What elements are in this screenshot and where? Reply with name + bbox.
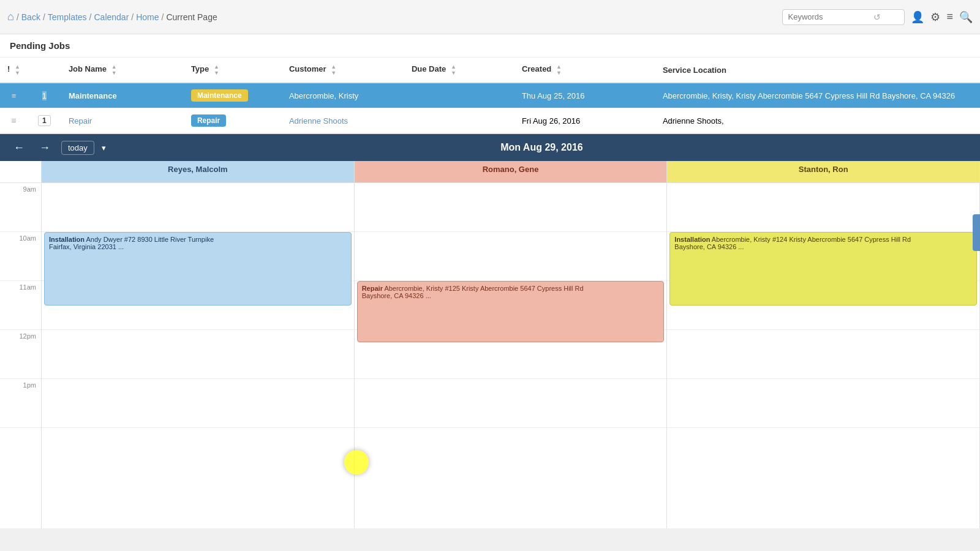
breadcrumb-back[interactable]: Back	[21, 12, 40, 22]
due-date-cell	[404, 108, 514, 133]
table-row[interactable]: ≡ 1 Maintenance Maintenance Abercrombie,…	[0, 83, 980, 108]
calendar-col-2: Stanton, RonInstallation Abercrombie, Kr…	[667, 161, 980, 528]
cal-view-dropdown[interactable]: ▾	[102, 143, 106, 152]
calendar-col-1: Romano, GeneRepair Abercrombie, Kristy #…	[355, 161, 668, 528]
due-date-cell	[404, 83, 514, 108]
breadcrumb-home[interactable]: Home	[136, 12, 159, 22]
settings-icon[interactable]: ⚙	[930, 10, 940, 24]
breadcrumb-calendar[interactable]: Calendar	[94, 12, 129, 22]
list-icon[interactable]: ≡	[946, 10, 953, 23]
service-location-cell: Adrienne Shoots,	[655, 108, 980, 133]
table-header-row: ! ▲▼ Job Name ▲▼ Type ▲▼ Customer ▲▼ Du	[0, 58, 980, 83]
event-details: Andy Dwyer #72 8930 Little River Turnpik…	[86, 236, 214, 243]
col-header-customer: Customer ▲▼	[282, 58, 404, 83]
col-header-priority	[28, 58, 61, 83]
priority-cell: 1	[28, 108, 61, 133]
calendar-header: ← → today ▾ Mon Aug 29, 2016	[0, 134, 980, 161]
col-header-service-location: Service Location	[655, 58, 980, 83]
search-refresh-icon[interactable]: ↺	[873, 12, 881, 22]
cal-events-area-1: Repair Abercrombie, Kristy #125 Kristy A…	[355, 183, 667, 477]
cal-date-title: Mon Aug 29, 2016	[113, 142, 970, 153]
col-header-job-name: Job Name ▲▼	[61, 58, 184, 83]
drag-handle-icon: ≡	[12, 91, 17, 100]
calendar-grid: 9am10am11am12pm1pm Reyes, MalcolmInstall…	[0, 161, 980, 528]
cal-prev-button[interactable]: ←	[10, 140, 28, 156]
priority-badge: 1	[42, 91, 47, 100]
type-badge: Repair	[191, 114, 226, 127]
job-name-link[interactable]: Maintenance	[69, 91, 117, 100]
created-cell: Fri Aug 26, 2016	[514, 108, 655, 133]
time-slot: 11am	[0, 281, 41, 330]
customer-link[interactable]: Adrienne Shoots	[289, 116, 348, 126]
breadcrumb: ⌂ / Back / Templates / Calendar / Home /…	[7, 10, 217, 23]
user-icon[interactable]: 👤	[911, 10, 924, 24]
search-box[interactable]: ↺	[782, 9, 905, 25]
drag-handle-cell: ≡	[0, 108, 28, 133]
pending-jobs-section: Pending Jobs ! ▲▼ Job Name ▲▼ Type ▲▼ Cu…	[0, 34, 980, 134]
customer-cell[interactable]: Abercrombie, Kristy	[282, 83, 404, 108]
drag-handle-icon: ≡	[11, 116, 16, 126]
job-name-link[interactable]: Repair	[69, 116, 92, 126]
event-sub: Bayshore, CA 94326 ...	[674, 243, 744, 250]
calendar-event[interactable]: Installation Abercrombie, Kristy #124 Kr…	[669, 232, 977, 305]
event-sub: Bayshore, CA 94326 ...	[362, 292, 431, 299]
time-slot: 1pm	[0, 379, 41, 428]
col-header-priority-flag: ! ▲▼	[0, 58, 28, 83]
cal-next-button[interactable]: →	[36, 140, 54, 156]
calendar-event[interactable]: Repair Abercrombie, Kristy #125 Kristy A…	[357, 281, 665, 342]
event-details: Abercrombie, Kristy #125 Kristy Abercrom…	[384, 285, 583, 292]
type-cell: Maintenance	[184, 83, 282, 108]
calendar-event[interactable]: Installation Andy Dwyer #72 8930 Little …	[44, 232, 352, 305]
job-name-cell[interactable]: Maintenance	[61, 83, 184, 108]
customer-link[interactable]: Abercrombie, Kristy	[289, 91, 358, 100]
search-input[interactable]	[788, 12, 873, 21]
top-bar: ⌂ / Back / Templates / Calendar / Home /…	[0, 0, 980, 34]
event-title: Installation	[674, 236, 710, 243]
col-header-type: Type ▲▼	[184, 58, 282, 83]
cal-events-area-0: Installation Andy Dwyer #72 8930 Little …	[42, 183, 354, 477]
breadcrumb-current: Current Page	[166, 12, 217, 22]
type-badge: Maintenance	[191, 89, 248, 102]
priority-badge: 1	[38, 115, 51, 126]
job-name-cell[interactable]: Repair	[61, 108, 184, 133]
cal-col-header-0: Reyes, Malcolm	[42, 161, 354, 183]
calendar-col-0: Reyes, MalcolmInstallation Andy Dwyer #7…	[42, 161, 355, 528]
event-title: Installation	[49, 236, 85, 243]
table-row[interactable]: ≡ 1 Repair Repair Adrienne Shoots Fri Au…	[0, 108, 980, 133]
type-cell: Repair	[184, 108, 282, 133]
event-sub: Fairfax, Virginia 22031 ...	[49, 243, 124, 250]
top-bar-right: ↺ 👤 ⚙ ≡ 🔍	[782, 9, 973, 25]
cal-col-header-1: Romano, Gene	[355, 161, 667, 183]
col-header-created: Created ▲▼	[514, 58, 655, 83]
time-slot: 10am	[0, 232, 41, 281]
cal-events-area-2: Installation Abercrombie, Kristy #124 Kr…	[667, 183, 979, 477]
cal-col-header-2: Stanton, Ron	[667, 161, 979, 183]
event-title: Repair	[362, 285, 383, 292]
drag-handle-cell: ≡	[0, 83, 28, 108]
event-details: Abercrombie, Kristy #124 Kristy Abercrom…	[712, 236, 911, 243]
pending-jobs-title: Pending Jobs	[0, 34, 980, 58]
priority-cell: 1	[28, 83, 61, 108]
jobs-table: ! ▲▼ Job Name ▲▼ Type ▲▼ Customer ▲▼ Du	[0, 58, 980, 133]
time-slot: 9am	[0, 183, 41, 232]
search-icon[interactable]: 🔍	[959, 10, 973, 24]
right-edge-tab[interactable]	[973, 214, 980, 251]
breadcrumb-templates[interactable]: Templates	[48, 12, 87, 22]
time-slot: 12pm	[0, 330, 41, 379]
calendar-section: ← → today ▾ Mon Aug 29, 2016 9am10am11am…	[0, 134, 980, 528]
time-column: 9am10am11am12pm1pm	[0, 161, 42, 528]
calendar-columns: Reyes, MalcolmInstallation Andy Dwyer #7…	[42, 161, 980, 528]
cal-today-button[interactable]: today	[61, 141, 94, 155]
col-header-due-date: Due Date ▲▼	[404, 58, 514, 83]
service-location-cell: Abercrombie, Kristy, Kristy Abercrombie …	[655, 83, 980, 108]
customer-cell[interactable]: Adrienne Shoots	[282, 108, 404, 133]
home-icon[interactable]: ⌂	[7, 10, 14, 23]
created-cell: Thu Aug 25, 2016	[514, 83, 655, 108]
